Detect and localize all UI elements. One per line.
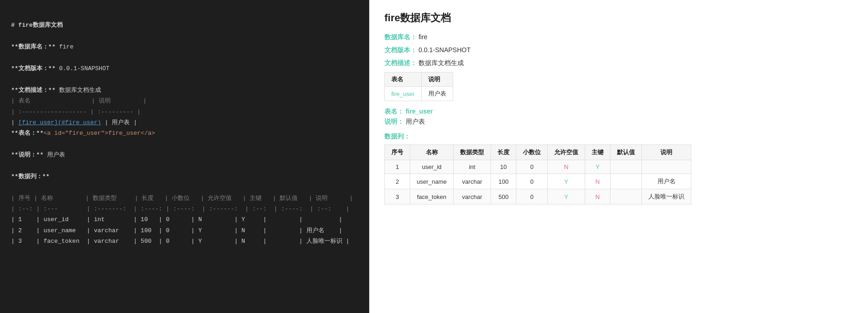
left-table-sep: | :------------------ | :--------- | <box>11 108 141 115</box>
col-header: 序号 <box>385 145 410 160</box>
col-section-label: 数据列： <box>384 132 853 141</box>
right-table-desc-value: 用户表 <box>406 118 425 125</box>
left-anchor-tag: <a id="fire_user">fire_user</a> <box>43 130 155 137</box>
left-db-name-value: fire <box>55 43 73 50</box>
col-default <box>611 160 642 174</box>
left-fire-user-link[interactable]: [fire_user](#fire_user) <box>18 119 101 126</box>
col-pk: N <box>585 174 611 189</box>
col-name: face_token <box>410 189 454 205</box>
right-table-name-value: fire_user <box>406 108 433 115</box>
col-len: 500 <box>491 189 516 205</box>
col-seq: 2 <box>385 174 410 189</box>
left-anchor-label: **表名：** <box>11 130 43 137</box>
col-type: int <box>454 160 491 174</box>
right-db-name-value: fire <box>419 33 427 41</box>
col-len: 10 <box>491 160 516 174</box>
fire-user-link[interactable]: fire_user <box>391 90 415 97</box>
right-table-name-row: 表名： fire_user <box>384 108 853 116</box>
col-header: 说明 <box>642 145 691 160</box>
left-row-2: | 2 | user_name | varchar | 100 | 0 | Y … <box>11 227 342 234</box>
col-type: varchar <box>454 174 491 189</box>
col-pk: Y <box>585 160 611 174</box>
data-table: 序号名称数据类型长度小数位允许空值主键默认值说明 1user_idint100N… <box>384 144 691 205</box>
col-header: 允许空值 <box>548 145 585 160</box>
col-decimal: 0 <box>516 189 548 205</box>
left-row-3: | 3 | face_token | varchar | 500 | 0 | Y… <box>11 238 349 245</box>
right-table-desc-label: 说明： <box>384 118 404 125</box>
col-header: 长度 <box>491 145 516 160</box>
left-title: # fire数据库文档 <box>11 22 63 29</box>
col-decimal: 0 <box>516 160 548 174</box>
col-decimal: 0 <box>516 174 548 189</box>
right-version-value: 0.0.1-SNAPSHOT <box>419 46 471 54</box>
left-note-label: **说明：** <box>11 151 43 158</box>
left-desc-label: **文档描述：** <box>11 87 55 94</box>
col-default <box>611 174 642 189</box>
right-title: fire数据库文档 <box>384 11 853 25</box>
table-row: 1user_idint100NY <box>385 160 691 174</box>
left-col-header: | 序号 | 名称 | 数据类型 | 长度 | 小数位 | 允许空值 | 主键 … <box>11 195 353 202</box>
col-name: user_name <box>410 174 454 189</box>
table-row: 2user_namevarchar1000YN用户名 <box>385 174 691 189</box>
table-row: 3face_tokenvarchar5000YN人脸唯一标识 <box>385 189 691 205</box>
right-db-name-label: 数据库名： <box>384 33 417 41</box>
right-db-name-row: 数据库名： fire <box>384 33 853 42</box>
summary-col-table: 表名 <box>385 72 422 87</box>
left-col-label: **数据列：** <box>11 173 49 180</box>
col-desc: 用户名 <box>642 174 691 189</box>
left-version-value: 0.0.1-SNAPSHOT <box>55 65 109 72</box>
col-nullable: N <box>548 160 585 174</box>
left-db-name-label: **数据库名：** <box>11 43 55 50</box>
col-len: 100 <box>491 174 516 189</box>
col-nullable: Y <box>548 189 585 205</box>
right-panel: fire数据库文档 数据库名： fire 文档版本： 0.0.1-SNAPSHO… <box>370 0 868 313</box>
col-seq: 1 <box>385 160 410 174</box>
left-version-label: **文档版本：** <box>11 65 55 72</box>
col-desc: 人脸唯一标识 <box>642 189 691 205</box>
col-header: 数据类型 <box>454 145 491 160</box>
right-desc-row: 文档描述： 数据库文档生成 <box>384 59 853 67</box>
col-header: 主键 <box>585 145 611 160</box>
col-seq: 3 <box>385 189 410 205</box>
summary-row: fire_user用户表 <box>385 87 453 101</box>
right-version-row: 文档版本： 0.0.1-SNAPSHOT <box>384 46 853 54</box>
left-table-row: | [fire_user](#fire_user) | 用户表 | <box>11 119 137 126</box>
summary-desc: 用户表 <box>421 87 453 101</box>
right-table-desc-row: 说明： 用户表 <box>384 118 853 126</box>
right-version-label: 文档版本： <box>384 46 417 54</box>
left-table-header: | 表名 | 说明 | <box>11 97 147 104</box>
col-header: 名称 <box>410 145 454 160</box>
col-header: 小数位 <box>516 145 548 160</box>
col-desc <box>642 160 691 174</box>
right-desc-value: 数据库文档生成 <box>419 59 464 66</box>
right-table-name-label: 表名： <box>384 108 404 115</box>
left-col-sep: | :--: | :--- | :-------: | :----: | :--… <box>11 205 349 212</box>
col-type: varchar <box>454 189 491 205</box>
summary-col-desc: 说明 <box>421 72 453 87</box>
col-pk: N <box>585 189 611 205</box>
right-desc-label: 文档描述： <box>384 59 417 66</box>
col-header: 默认值 <box>611 145 642 160</box>
left-note-value: 用户表 <box>43 151 65 158</box>
col-default <box>611 189 642 205</box>
left-desc-value: 数据库文档生成 <box>55 87 101 94</box>
summary-table: 表名 说明 fire_user用户表 <box>384 72 453 101</box>
left-row-1: | 1 | user_id | int | 10 | 0 | N | Y | |… <box>11 216 342 223</box>
col-name: user_id <box>410 160 454 174</box>
left-panel: # fire数据库文档 **数据库名：** fire **文档版本：** 0.0… <box>0 0 369 313</box>
col-nullable: Y <box>548 174 585 189</box>
